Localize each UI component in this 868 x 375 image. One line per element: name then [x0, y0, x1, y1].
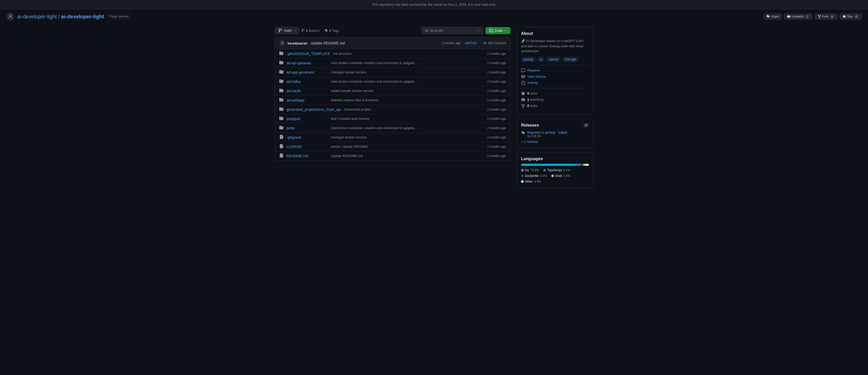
- unpin-label: Unpin: [771, 15, 779, 18]
- release-name-link[interactable]: Migrated to golang: [527, 130, 555, 134]
- watching-count: 1: [527, 98, 529, 101]
- file-time: 2 months ago: [487, 126, 506, 130]
- topic-tag[interactable]: openai: [546, 57, 561, 62]
- go-to-file-bar[interactable]: Go to file t: [421, 27, 483, 34]
- lang-bar-segment: [586, 164, 589, 166]
- lang-dot: [521, 180, 524, 183]
- committer-link[interactable]: karadyauran: [287, 41, 307, 45]
- license-link[interactable]: View license: [527, 75, 546, 79]
- about-section: About 🚀 AI Developer based on ChatGPT's …: [517, 27, 593, 115]
- file-name-link[interactable]: .gitignore: [286, 135, 328, 139]
- about-title: About: [521, 31, 589, 36]
- topic-tag[interactable]: ai: [537, 57, 545, 62]
- forks-count: 0: [527, 104, 529, 108]
- repo-link[interactable]: ai-developer-light: [61, 14, 104, 19]
- code-button[interactable]: Code: [486, 27, 510, 34]
- folder-icon: [279, 70, 283, 75]
- lang-item: Dockerfile 4.2%: [521, 174, 547, 178]
- unpin-button[interactable]: Unpin: [764, 13, 782, 20]
- file-name-link[interactable]: ad-api-getaway: [286, 61, 328, 65]
- branch-count: 1: [306, 29, 308, 33]
- unwatch-button[interactable]: Unwatch 1: [784, 13, 813, 20]
- file-name-link[interactable]: README.md: [286, 154, 328, 158]
- lang-pct: 4.2%: [540, 174, 547, 178]
- file-row: LICENSEadmin: Update README2 months ago: [275, 142, 510, 151]
- file-name-link[interactable]: ad-webapp: [286, 98, 328, 102]
- fork-button[interactable]: Fork 0: [815, 13, 838, 20]
- commit-hash[interactable]: eb67c62: [465, 41, 476, 45]
- releases-section: Releases 2 Migrated to golang Latest on …: [517, 119, 593, 148]
- lang-name: Go: [525, 168, 529, 172]
- main-content: main 1 Branch · 2 Tags Go to file: [269, 24, 599, 192]
- topic-tag[interactable]: chat-gpt: [562, 57, 579, 62]
- license-stat: View license: [521, 75, 589, 79]
- lang-dot: [551, 175, 554, 177]
- unwatch-count: 1: [805, 15, 810, 18]
- lang-item: Go 79.8%: [521, 168, 539, 172]
- file-commit-msg: admin: Update README: [331, 145, 484, 149]
- watching-label: watching: [530, 98, 543, 101]
- lang-dot: [543, 169, 546, 171]
- lang-bar-segment: [575, 164, 581, 166]
- branch-count-link[interactable]: 1 Branch: [306, 29, 319, 33]
- release-item: Migrated to golang Latest on Oct 23: [521, 130, 589, 138]
- activity-link[interactable]: Activity: [527, 81, 538, 85]
- folder-icon: [279, 79, 283, 84]
- folder-icon: [279, 126, 283, 130]
- stars-stat: 0 stars: [521, 91, 589, 96]
- file-name-link[interactable]: ad-app-generator: [286, 70, 328, 74]
- forks-label: forks: [530, 104, 537, 108]
- lang-pct: 79.8%: [530, 168, 539, 172]
- commit-message: Update README.md: [311, 41, 345, 45]
- watching-stat: 1 watching: [521, 98, 589, 102]
- forks-stat: 0 forks: [521, 104, 589, 108]
- folder-icon: [279, 116, 283, 121]
- view-all-releases-link[interactable]: + 1 release: [521, 140, 538, 144]
- commits-count-link[interactable]: 180 Commits: [488, 41, 506, 45]
- file-time: 2 months ago: [487, 117, 506, 121]
- file-row: ad-kafkaAdd docker container creation an…: [275, 77, 510, 86]
- file-commit-msg: Generated project: [344, 107, 484, 111]
- file-commit-msg: changed docker service: [331, 135, 484, 139]
- file-commit-msg: changed docker service: [331, 70, 484, 74]
- archive-banner-text: This repository has been archived by the…: [372, 3, 496, 6]
- readme-link[interactable]: Readme: [527, 68, 540, 72]
- repo-main: main 1 Branch · 2 Tags Go to file: [275, 24, 510, 192]
- owner-link[interactable]: ai-developer-light: [17, 14, 57, 19]
- file-name-link[interactable]: .github/ISSUE_TEMPLATE: [286, 52, 330, 56]
- file-time: 2 months ago: [487, 98, 506, 102]
- file-commit-msg: Update README.md: [331, 154, 484, 158]
- folder-icon: [279, 98, 283, 102]
- file-name-link[interactable]: ad-kafka: [286, 80, 328, 84]
- go-to-file-placeholder: Go to file: [430, 29, 443, 33]
- lang-pct: 8.1%: [563, 168, 570, 172]
- file-name-link[interactable]: generated_projects/eco_track_api: [286, 107, 341, 112]
- code-label: Code: [494, 29, 502, 33]
- tags-count-link[interactable]: 2 Tags: [329, 29, 339, 33]
- sidebar: About 🚀 AI Developer based on ChatGPT's …: [517, 24, 593, 192]
- topic-tag[interactable]: golang: [521, 57, 535, 62]
- lang-bar: [521, 164, 589, 166]
- release-info: Migrated to golang Latest on Oct 23: [527, 130, 568, 138]
- releases-title: Releases: [521, 123, 539, 128]
- readme-stat: Readme: [521, 68, 589, 72]
- file-time: 2 months ago: [487, 135, 506, 139]
- file-commit-msg: feat: Created auth service: [331, 117, 484, 121]
- file-row: ad-webappdeleted useless files in fronte…: [275, 96, 510, 105]
- branch-selector[interactable]: main: [275, 27, 299, 34]
- file-name-link[interactable]: LICENSE: [286, 145, 328, 149]
- star-button[interactable]: Star 0: [840, 13, 862, 20]
- repo-title: ai-developer-light / ai-developer-light: [17, 14, 104, 20]
- unwatch-label: Unwatch: [792, 15, 804, 18]
- file-name-link[interactable]: postgres: [286, 117, 328, 121]
- release-latest-badge: Latest: [557, 131, 568, 134]
- committer-avatar: [279, 40, 285, 46]
- file-row: ad-oauthadded simple docker service2 mon…: [275, 86, 510, 96]
- toolbar: main 1 Branch · 2 Tags Go to file: [275, 24, 510, 37]
- lang-item: Shell 3.5%: [551, 174, 570, 178]
- releases-header: Releases 2: [521, 123, 589, 128]
- file-name-link[interactable]: proto: [286, 126, 328, 130]
- file-name-link[interactable]: ad-oauth: [286, 89, 328, 93]
- tags-count: 2: [329, 29, 331, 33]
- repo-header: ai-developer-light / ai-developer-light …: [0, 9, 868, 24]
